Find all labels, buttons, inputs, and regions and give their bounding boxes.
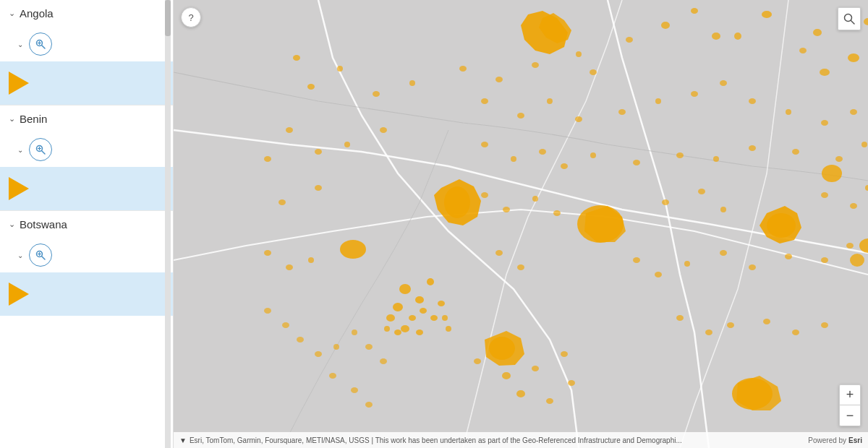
svg-point-102 xyxy=(308,257,314,263)
svg-point-129 xyxy=(264,308,271,314)
svg-point-64 xyxy=(720,80,727,86)
svg-point-139 xyxy=(365,402,373,408)
svg-point-87 xyxy=(315,185,322,191)
svg-point-51 xyxy=(409,80,415,86)
svg-point-57 xyxy=(481,98,488,104)
svg-point-77 xyxy=(561,163,568,169)
svg-point-39 xyxy=(864,18,868,25)
svg-point-141 xyxy=(489,337,515,360)
attribution-expand-icon[interactable]: ▼ xyxy=(179,436,187,444)
sidebar: ⌄ Angola ⌄ ⌄ Benin ⌄ xyxy=(0,0,174,448)
layer-row-angola: ⌄ xyxy=(0,27,173,61)
layer-chevron-benin: ⌄ xyxy=(17,146,23,154)
svg-point-35 xyxy=(384,326,390,332)
svg-point-89 xyxy=(503,207,510,212)
svg-point-27 xyxy=(401,325,409,332)
chevron-icon-angola: ⌄ xyxy=(9,9,15,18)
legend-flag-angola xyxy=(9,72,29,95)
svg-point-114 xyxy=(502,372,511,379)
svg-point-21 xyxy=(399,284,411,294)
zoom-to-angola-button[interactable] xyxy=(29,33,52,56)
svg-point-47 xyxy=(293,55,300,61)
svg-point-115 xyxy=(532,366,539,371)
svg-point-45 xyxy=(712,33,720,40)
zoom-icon-botswana xyxy=(35,250,46,260)
powered-by: Powered by Esri xyxy=(808,436,862,444)
svg-point-91 xyxy=(553,210,561,216)
sidebar-scrollbar[interactable] xyxy=(165,0,171,448)
zoom-out-icon: − xyxy=(846,408,854,423)
scrollbar-thumb[interactable] xyxy=(165,0,171,36)
svg-point-104 xyxy=(517,264,524,270)
svg-point-54 xyxy=(532,62,539,68)
svg-point-66 xyxy=(786,109,791,115)
svg-point-28 xyxy=(420,308,427,314)
svg-point-109 xyxy=(749,264,756,270)
zoom-to-botswana-button[interactable] xyxy=(29,244,52,267)
country-name-botswana: Botswana xyxy=(20,218,67,231)
legend-row-benin xyxy=(0,167,173,210)
search-icon xyxy=(843,13,855,25)
layer-row-botswana: ⌄ xyxy=(0,238,173,272)
svg-point-95 xyxy=(821,192,828,198)
svg-point-52 xyxy=(459,66,467,72)
zoom-to-benin-button[interactable] xyxy=(29,138,52,161)
chevron-icon-botswana: ⌄ xyxy=(9,220,15,229)
svg-point-32 xyxy=(438,301,445,306)
svg-point-79 xyxy=(633,160,640,165)
svg-point-138 xyxy=(351,387,358,393)
svg-point-40 xyxy=(734,33,741,40)
svg-line-5 xyxy=(42,151,46,155)
attribution-text: Esri, TomTom, Garmin, Foursquare, METI/N… xyxy=(190,436,682,444)
svg-point-55 xyxy=(576,51,582,57)
svg-point-105 xyxy=(633,257,640,263)
svg-point-137 xyxy=(329,373,336,379)
svg-point-101 xyxy=(286,264,293,270)
svg-point-116 xyxy=(561,351,568,357)
map-attribution-bar: ▼ Esri, TomTom, Garmin, Foursquare, METI… xyxy=(174,432,868,448)
country-name-angola: Angola xyxy=(20,7,54,20)
zoom-out-button[interactable]: − xyxy=(840,405,860,426)
svg-point-131 xyxy=(297,337,304,343)
chevron-icon-benin: ⌄ xyxy=(9,114,15,124)
svg-point-125 xyxy=(821,322,828,328)
map-search-button[interactable] xyxy=(838,7,861,30)
map-orange-layer xyxy=(174,0,868,448)
svg-point-99 xyxy=(850,254,864,267)
svg-point-83 xyxy=(792,149,799,155)
zoom-in-icon: + xyxy=(846,387,854,402)
map-container[interactable]: ? + − ▼ Esri, TomTom, Garmin, Foursquare… xyxy=(174,0,868,448)
svg-point-68 xyxy=(850,109,857,115)
svg-point-100 xyxy=(264,250,271,256)
svg-point-92 xyxy=(662,199,669,205)
svg-line-143 xyxy=(851,21,855,25)
svg-point-93 xyxy=(698,189,705,194)
svg-point-111 xyxy=(821,257,828,263)
svg-point-81 xyxy=(713,156,719,162)
map-help-button[interactable]: ? xyxy=(181,7,201,27)
country-header-botswana[interactable]: ⌄ Botswana xyxy=(0,211,173,238)
svg-point-97 xyxy=(865,185,868,191)
zoom-in-button[interactable]: + xyxy=(840,385,860,405)
legend-row-angola xyxy=(0,61,173,105)
svg-point-135 xyxy=(365,344,373,350)
svg-point-113 xyxy=(474,358,481,364)
svg-point-19 xyxy=(767,213,796,238)
svg-point-136 xyxy=(380,358,387,364)
svg-point-37 xyxy=(813,29,822,36)
svg-point-76 xyxy=(539,149,546,155)
svg-point-71 xyxy=(344,142,350,147)
svg-point-62 xyxy=(655,98,661,104)
svg-point-34 xyxy=(446,326,451,332)
country-header-angola[interactable]: ⌄ Angola xyxy=(0,0,173,27)
layer-chevron-botswana: ⌄ xyxy=(17,251,23,259)
svg-point-133 xyxy=(333,344,339,350)
svg-point-118 xyxy=(546,398,553,404)
svg-point-65 xyxy=(749,98,756,104)
svg-point-78 xyxy=(590,152,596,158)
svg-point-36 xyxy=(762,11,772,18)
country-header-benin[interactable]: ⌄ Benin xyxy=(0,105,173,132)
map-zoom-controls: + − xyxy=(839,384,861,426)
svg-point-132 xyxy=(315,351,322,357)
layer-row-benin: ⌄ xyxy=(0,132,173,167)
